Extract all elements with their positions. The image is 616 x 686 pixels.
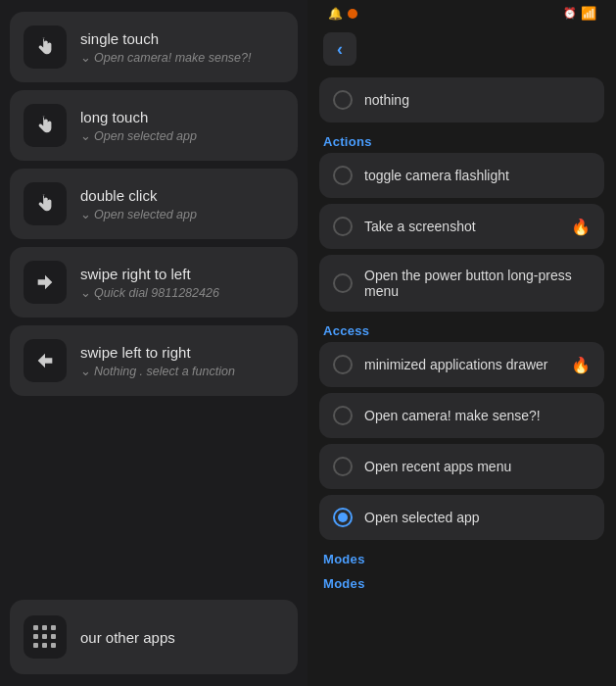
grid-icon	[24, 615, 67, 659]
gesture-title-double-click: double click	[80, 187, 197, 204]
gesture-icon-long-touch	[24, 104, 67, 147]
left-panel: single touch⌄Open camera! make sense?!lo…	[0, 0, 308, 686]
radio-take-screenshot[interactable]	[333, 217, 353, 236]
gesture-subtitle-double-click: ⌄Open selected app	[80, 207, 197, 221]
gesture-text-single-touch: single touch⌄Open camera! make sense?!	[80, 30, 252, 65]
gesture-title-single-touch: single touch	[80, 30, 252, 47]
section-label-modes: Modes	[319, 570, 604, 593]
gesture-icon-single-touch	[24, 25, 67, 69]
option-label-nothing: nothing	[364, 92, 591, 108]
gesture-text-swipe-left-to-right: swipe left to right⌄Nothing . select a f…	[80, 344, 235, 378]
status-icons: ⏰ 📶	[563, 6, 600, 21]
option-item-toggle-camera-flashlight[interactable]: toggle camera flashlight	[319, 153, 604, 198]
option-label-take-screenshot: Take a screenshot	[364, 219, 559, 234]
radio-nothing[interactable]	[333, 90, 353, 110]
gesture-item-long-touch[interactable]: long touch⌄Open selected app	[10, 90, 298, 161]
right-panel: 🔔 ⏰ 📶 ‹ nothingActionstoggle camera flas…	[308, 0, 616, 686]
option-label-toggle-camera-flashlight: toggle camera flashlight	[364, 168, 591, 183]
radio-open-camera[interactable]	[333, 406, 353, 425]
wifi-icon: 📶	[581, 6, 596, 21]
option-label-minimized-apps-drawer: minimized applications drawer	[364, 357, 559, 372]
option-item-power-button-menu[interactable]: Open the power button long-press menu	[319, 255, 604, 312]
radio-toggle-camera-flashlight[interactable]	[333, 166, 353, 185]
option-item-nothing[interactable]: nothing	[319, 77, 604, 122]
gesture-icon-double-click	[24, 182, 67, 225]
other-apps-label: our other apps	[80, 629, 175, 646]
radio-open-selected-app[interactable]	[333, 508, 353, 527]
back-chevron-icon: ‹	[337, 39, 343, 60]
gesture-text-double-click: double click⌄Open selected app	[80, 187, 197, 221]
gesture-title-swipe-right-to-left: swipe right to left	[80, 266, 219, 282]
option-label-power-button-menu: Open the power button long-press menu	[364, 268, 591, 299]
gesture-item-double-click[interactable]: double click⌄Open selected app	[10, 169, 298, 239]
option-label-open-camera: Open camera! make sense?!	[364, 408, 591, 423]
gesture-subtitle-swipe-left-to-right: ⌄Nothing . select a function	[80, 364, 235, 378]
gesture-title-long-touch: long touch	[80, 109, 197, 125]
back-button[interactable]: ‹	[323, 32, 356, 66]
gesture-item-swipe-left-to-right[interactable]: swipe left to right⌄Nothing . select a f…	[10, 325, 298, 396]
orange-dot-icon	[348, 9, 357, 19]
gesture-item-single-touch[interactable]: single touch⌄Open camera! make sense?!	[10, 12, 298, 82]
other-apps-item[interactable]: our other apps	[10, 600, 298, 674]
option-item-open-selected-app[interactable]: Open selected app	[319, 495, 604, 540]
flame-icon: 🔥	[571, 356, 591, 374]
options-list: nothingActionstoggle camera flashlightTa…	[308, 77, 616, 686]
right-header: ‹	[308, 24, 616, 77]
section-label-actions: Actions	[319, 128, 604, 151]
flame-icon: 🔥	[571, 218, 591, 236]
gesture-subtitle-single-touch: ⌄Open camera! make sense?!	[80, 50, 252, 65]
section-label-modes: Modes	[319, 546, 604, 568]
option-item-open-camera[interactable]: Open camera! make sense?!	[319, 393, 604, 438]
option-item-open-recent-apps[interactable]: Open recent apps menu	[319, 444, 604, 489]
gesture-icon-swipe-left-to-right	[24, 339, 67, 382]
gesture-icon-swipe-right-to-left	[24, 261, 67, 304]
radio-minimized-apps-drawer[interactable]	[333, 355, 353, 374]
radio-power-button-menu[interactable]	[333, 273, 353, 293]
status-left: 🔔	[323, 7, 357, 21]
status-bar: 🔔 ⏰ 📶	[308, 0, 616, 24]
section-label-access: Access	[319, 318, 604, 340]
radio-open-recent-apps[interactable]	[333, 457, 353, 476]
notification-icon: 🔔	[328, 7, 343, 21]
option-item-minimized-apps-drawer[interactable]: minimized applications drawer🔥	[319, 342, 604, 387]
gesture-subtitle-long-touch: ⌄Open selected app	[80, 128, 197, 143]
gesture-text-long-touch: long touch⌄Open selected app	[80, 109, 197, 143]
gesture-title-swipe-left-to-right: swipe left to right	[80, 344, 235, 361]
gesture-text-swipe-right-to-left: swipe right to left⌄Quick dial 981128242…	[80, 266, 219, 300]
option-item-take-screenshot[interactable]: Take a screenshot🔥	[319, 204, 604, 249]
gesture-item-swipe-right-to-left[interactable]: swipe right to left⌄Quick dial 981128242…	[10, 247, 298, 318]
option-label-open-selected-app: Open selected app	[364, 510, 591, 525]
option-label-open-recent-apps: Open recent apps menu	[364, 459, 591, 474]
alarm-icon: ⏰	[563, 7, 577, 20]
gesture-subtitle-swipe-right-to-left: ⌄Quick dial 9811282426	[80, 285, 219, 300]
